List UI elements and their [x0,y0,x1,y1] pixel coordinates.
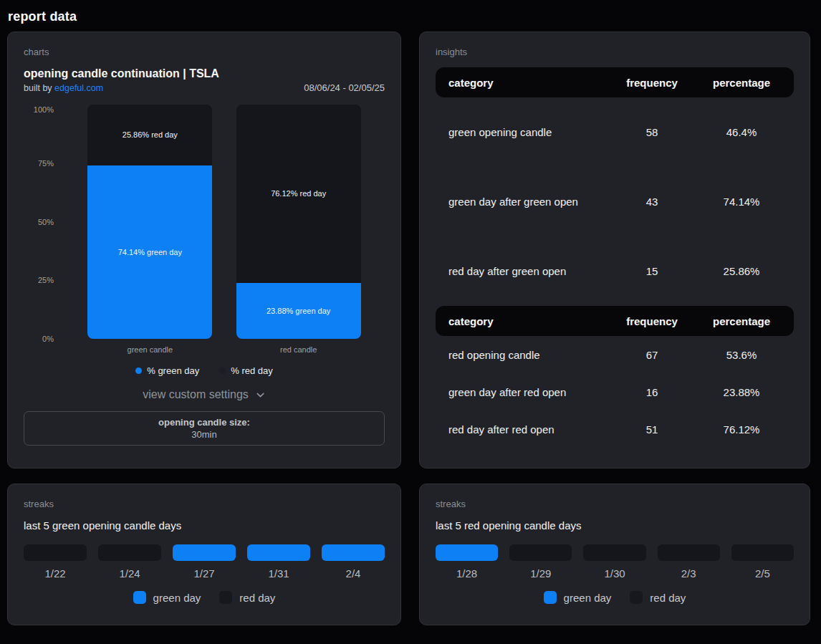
streaks-title: last 5 green opening candle days [24,519,385,532]
streak-cell: 2/4 [322,544,385,580]
segment-red-day: 25.86% red day [87,105,212,165]
streak-cell: 1/29 [509,544,572,580]
streak-date: 2/5 [731,567,794,580]
streak-date: 1/31 [247,567,310,580]
x-label-green-candle: green candle [87,345,212,354]
legend-label: % green day [147,365,199,376]
bar-red-candle: 76.12% red day 23.88% green day red cand… [236,105,361,354]
cell-percentage: 25.86% [702,265,781,277]
legend-item-red-day: red day [219,591,275,604]
edgeful-link[interactable]: edgeful.com [54,83,103,93]
streak-cell: 1/24 [98,544,161,580]
segment-label: 25.86% red day [123,130,178,139]
cell-frequency: 43 [602,196,702,208]
green-day-dot-icon [135,367,142,374]
legend-label: green day [564,592,612,604]
built-by: built by edgeful.com [24,83,103,93]
streaks-title: last 5 red opening candle days [436,519,794,532]
page-title: report data [0,0,821,24]
segment-label: 74.14% green day [118,248,182,256]
opening-candle-size-box: opening candle size: 30min [24,411,385,446]
legend-item-green-day: green day [544,591,612,604]
segment-red-day: 76.12% red day [236,105,361,283]
cell-category: red day after green open [448,265,602,277]
table-row: red day after green open 15 25.86% [436,236,794,306]
cell-frequency: 67 [602,349,702,361]
legend-item-green-day: % green day [135,365,199,376]
cell-category: green day after green open [448,196,602,208]
red-day-swatch-icon [219,591,232,604]
cell-category: red opening candle [448,349,602,361]
segment-label: 76.12% red day [271,189,326,198]
streak-bar [247,544,310,561]
streak-date: 1/29 [509,567,572,580]
streak-legend: green day red day [436,591,794,604]
bar-green-candle-stack: 25.86% red day 74.14% green day [87,105,212,339]
cell-percentage: 76.12% [702,423,781,436]
streak-date: 1/24 [98,567,161,580]
opening-candle-size-label: opening candle size: [32,417,377,428]
table-row: red opening candle 67 53.6% [436,336,794,373]
chart-title: opening candle continuation | TSLA [24,67,385,80]
streak-date: 1/28 [436,567,498,580]
charts-panel: charts opening candle continuation | TSL… [7,32,401,468]
cell-frequency: 51 [602,423,702,436]
streak-bar [322,544,385,561]
legend-item-red-day: red day [630,591,686,604]
cell-category: red day after red open [448,423,602,436]
streak-date: 2/4 [322,567,385,580]
red-day-swatch-icon [630,591,643,604]
streak-cell: 2/5 [731,544,794,580]
header-frequency: frequency [602,77,702,89]
y-axis: 100% 75% 50% 25% 0% [24,105,64,339]
streak-cell: 1/28 [436,544,498,580]
streak-date: 1/22 [24,567,87,580]
legend-item-green-day: green day [133,591,201,604]
streak-bar [98,544,161,561]
header-category: category [448,315,602,327]
streak-date: 1/27 [173,567,236,580]
view-custom-settings-toggle[interactable]: view custom settings [24,388,385,401]
header-frequency: frequency [602,315,702,327]
streak-bars: 1/22 1/24 1/27 1/31 2/4 [24,544,385,580]
streak-bar [731,544,794,561]
legend-label: green day [153,592,201,604]
stacked-bar-chart: 100% 75% 50% 25% 0% 25.86% red day 74.14… [24,105,385,354]
green-day-swatch-icon [544,591,557,604]
x-label-red-candle: red candle [236,345,361,354]
y-tick-25: 25% [38,276,54,284]
cell-category: green day after red open [448,386,602,398]
opening-candle-size-value: 30min [32,429,377,440]
streak-cell: 2/3 [658,544,720,580]
legend-label: % red day [231,365,273,376]
segment-label: 23.88% green day [267,307,330,315]
y-tick-100: 100% [34,105,54,114]
charts-panel-label: charts [24,47,385,57]
cell-percentage: 23.88% [702,386,781,398]
table-row: red day after red open 51 76.12% [436,410,794,448]
insights-panel: insights category frequency percentage g… [419,32,810,468]
y-tick-50: 50% [38,218,54,226]
streak-bar [173,544,236,561]
table-header-red: category frequency percentage [436,306,794,336]
bar-red-candle-stack: 76.12% red day 23.88% green day [236,105,361,339]
table-red-rows: red opening candle 67 53.6% green day af… [436,336,794,448]
streak-bars: 1/28 1/29 1/30 2/3 2/5 [436,544,794,580]
view-custom-settings-label: view custom settings [143,388,249,401]
table-green-rows: green opening candle 58 46.4% green day … [436,97,794,306]
streak-legend: green day red day [24,591,385,604]
streaks-panel-label: streaks [436,499,794,509]
chart-legend: % green day % red day [24,365,385,376]
streak-cell: 1/30 [583,544,645,580]
streak-bar [509,544,572,561]
streak-bar [583,544,645,561]
chart-subtitle-row: built by edgeful.com 08/06/24 - 02/05/25 [24,82,385,93]
streak-cell: 1/31 [247,544,310,580]
streaks-panel-red: streaks last 5 red opening candle days 1… [419,484,810,625]
streaks-panel-green: streaks last 5 green opening candle days… [7,484,401,625]
legend-label: red day [650,592,686,604]
built-by-prefix: built by [24,83,54,93]
cell-percentage: 46.4% [702,126,781,138]
legend-item-red-day: % red day [219,365,273,376]
insights-panel-label: insights [436,47,794,57]
